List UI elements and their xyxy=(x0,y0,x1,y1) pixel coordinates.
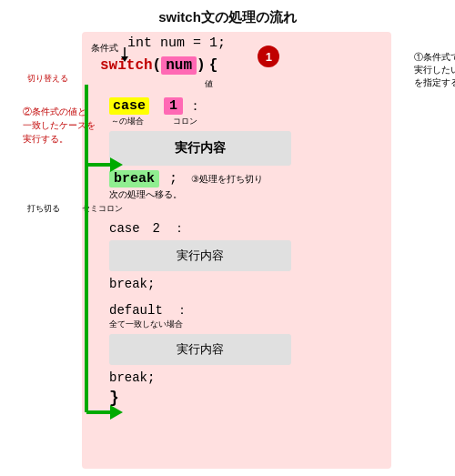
brace-open: { xyxy=(209,57,218,74)
code-line-int: int num = 1; xyxy=(27,32,428,51)
case1-line: case 1 ： ～の場合 コロン xyxy=(109,97,428,115)
svg-marker-4 xyxy=(110,405,123,420)
annotation-1-text: ①条件式で、 実行したいケースの値 を指定する。 xyxy=(414,52,455,87)
exec-box-3: 実行内容 xyxy=(109,334,291,365)
exec-box-1: 実行内容 xyxy=(109,131,291,166)
colon-label: コロン xyxy=(173,116,197,127)
uchikiru-label: 打ち切る xyxy=(27,203,60,215)
switch-var: num xyxy=(161,56,197,75)
kirikae-label: 切り替える xyxy=(27,73,68,85)
svg-marker-1 xyxy=(121,56,128,62)
paren-open: ( xyxy=(153,57,162,74)
case1-value: 1 xyxy=(164,97,183,115)
switch-line-wrap: 条件式 switch ( num ) { 1 切り替える ①条件式で、 実行した… xyxy=(27,55,428,76)
exec-box-2: 実行内容 xyxy=(109,240,291,271)
case1-colon: ： xyxy=(188,97,202,115)
joken-label: 条件式 xyxy=(91,42,118,55)
paren-close: ) xyxy=(197,57,206,74)
annotation-1: ①条件式で、 実行したいケースの値 を指定する。 xyxy=(414,51,455,89)
page-title: switch文の処理の流れ xyxy=(0,0,455,32)
circle-1-badge: 1 xyxy=(258,46,279,67)
svg-marker-6 xyxy=(110,157,123,172)
switch-line: switch ( num ) { 1 xyxy=(100,55,428,76)
joken-arrow-icon xyxy=(118,47,131,62)
green-l-arrow-icon xyxy=(77,85,123,440)
semicolon-1: ; xyxy=(169,171,177,187)
